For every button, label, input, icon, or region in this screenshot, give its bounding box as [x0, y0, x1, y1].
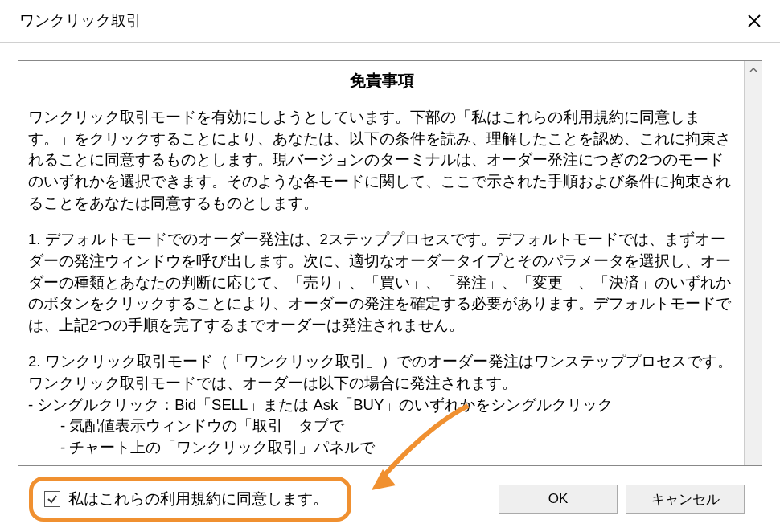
scrollbar[interactable] [744, 61, 762, 465]
p3-line-b: - シングルクリック：Bid「SELL」または Ask「BUY」のいずれかをシン… [28, 395, 736, 416]
checkmark-icon [47, 493, 58, 505]
p3-line-c: - 気配値表示ウィンドウの「取引」タブで [28, 415, 736, 437]
ok-button[interactable]: OK [499, 485, 618, 514]
titlebar: ワンクリック取引 [0, 0, 780, 43]
p3-line-a: 2. ワンクリック取引モード（「ワンクリック取引」）でのオーダー発注はワンステッ… [28, 351, 736, 395]
disclaimer-p3: 2. ワンクリック取引モード（「ワンクリック取引」）でのオーダー発注はワンステッ… [28, 351, 736, 459]
disclaimer-p1: ワンクリック取引モードを有効にしようとしています。下部の「私はこれらの利用規約に… [28, 107, 736, 215]
content-area: 免責事項 ワンクリック取引モードを有効にしようとしています。下部の「私はこれらの… [0, 43, 780, 532]
close-button[interactable] [738, 5, 770, 37]
close-icon [747, 14, 762, 28]
scroll-up-button[interactable] [745, 61, 762, 79]
dialog-window: ワンクリック取引 免責事項 ワンクリック取引モードを有効にしようとしています。下… [0, 0, 780, 532]
cancel-button[interactable]: キャンセル [626, 485, 745, 514]
button-row: OK キャンセル [499, 485, 745, 514]
disclaimer-panel: 免責事項 ワンクリック取引モードを有効にしようとしています。下部の「私はこれらの… [18, 60, 762, 466]
p3-line-d: - チャート上の「ワンクリック取引」パネルで [28, 437, 736, 459]
disclaimer-p2: 1. デフォルトモードでのオーダー発注は、2ステッププロセスです。デフォルトモー… [28, 229, 736, 337]
footer: 私はこれらの利用規約に同意します。 OK キャンセル [18, 466, 762, 532]
disclaimer-heading: 免責事項 [28, 69, 736, 92]
agree-highlight-box: 私はこれらの利用規約に同意します。 [29, 477, 351, 522]
agree-label: 私はこれらの利用規約に同意します。 [68, 489, 328, 509]
agree-checkbox[interactable] [44, 491, 60, 507]
chevron-up-icon [749, 66, 757, 74]
window-title: ワンクリック取引 [19, 10, 142, 31]
disclaimer-text: 免責事項 ワンクリック取引モードを有効にしようとしています。下部の「私はこれらの… [18, 61, 744, 465]
